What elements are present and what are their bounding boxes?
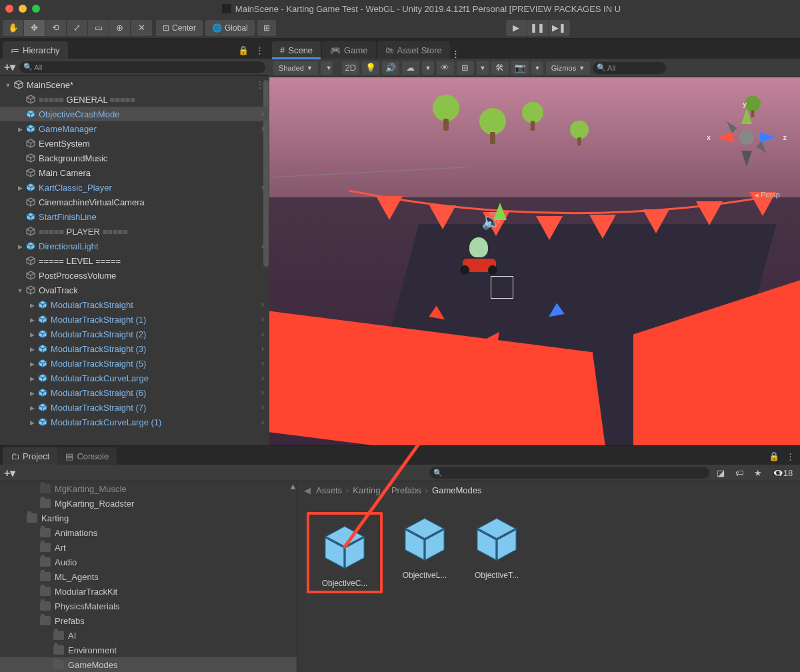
tools-toggle[interactable]: 🛠 xyxy=(491,61,509,75)
breadcrumb-segment[interactable]: Prefabs xyxy=(391,485,421,495)
fx-toggle[interactable]: ☁ xyxy=(402,61,419,75)
expand-arrow-icon[interactable] xyxy=(27,389,37,397)
move-tool[interactable]: ✥ xyxy=(24,20,45,36)
minimize-window-button[interactable] xyxy=(19,5,27,13)
folder-row[interactable]: Art xyxy=(0,540,297,555)
folder-row[interactable]: MgKarting_Roadster xyxy=(0,496,297,511)
hierarchy-item[interactable]: ObjectiveCrashMode› xyxy=(0,107,269,121)
chevron-right-icon[interactable]: › xyxy=(261,373,264,383)
hierarchy-item[interactable]: CinemachineVirtualCamera xyxy=(0,195,269,209)
folder-row[interactable]: AI xyxy=(0,628,297,643)
projection-label[interactable]: ◂ Persp xyxy=(755,191,780,199)
hierarchy-item[interactable]: ModularTrackStraight (6)› xyxy=(0,385,269,400)
hand-tool[interactable]: ✋ xyxy=(3,20,24,36)
rotate-tool[interactable]: ⟲ xyxy=(45,20,67,36)
draw-mode-extra[interactable]: ▼ xyxy=(321,61,333,75)
chevron-right-icon[interactable]: › xyxy=(261,183,264,192)
folder-row[interactable]: PhysicsMaterials xyxy=(0,599,297,613)
fx-dropdown[interactable]: ▼ xyxy=(422,61,434,75)
favorite-icon[interactable]: ★ xyxy=(751,468,765,478)
chevron-right-icon[interactable]: › xyxy=(261,109,264,119)
hierarchy-item[interactable]: ModularTrackStraight› xyxy=(0,297,269,312)
transform-tool[interactable]: ⊕ xyxy=(109,20,131,36)
expand-arrow-icon[interactable] xyxy=(27,345,37,353)
grid-toggle[interactable]: ⊞ xyxy=(457,61,474,75)
asset-item[interactable]: ObjectiveT... xyxy=(467,512,527,580)
hierarchy-item[interactable]: BackgroundMusic xyxy=(0,151,269,165)
asset-item[interactable]: ObjectiveL... xyxy=(395,512,455,580)
gizmos-dropdown[interactable]: Gizmos▼ xyxy=(546,61,590,75)
custom-tool[interactable]: ✕ xyxy=(131,20,152,36)
hierarchy-item[interactable]: ===== LEVEL ===== xyxy=(0,253,269,268)
tab-console[interactable]: ▤ Console xyxy=(57,447,117,465)
back-arrow-icon[interactable]: ◀ xyxy=(304,485,311,495)
rotation-mode-toggle[interactable]: 🌐Global xyxy=(205,20,255,36)
menu-icon[interactable]: ⋮ xyxy=(451,49,460,59)
chevron-right-icon[interactable]: › xyxy=(261,359,264,368)
hierarchy-item[interactable]: ModularTrackCurveLarge› xyxy=(0,371,269,385)
hierarchy-item[interactable]: ModularTrackStraight (5)› xyxy=(0,356,269,371)
selection-handle[interactable] xyxy=(491,276,513,299)
expand-arrow-icon[interactable] xyxy=(27,316,37,323)
tab-project[interactable]: 🗀 Project xyxy=(3,447,57,465)
audio-toggle[interactable]: 🔊 xyxy=(382,61,399,75)
project-folder-tree[interactable]: ▲ MgKarting_MuscleMgKarting_RoadsterKart… xyxy=(0,481,297,672)
expand-arrow-icon[interactable] xyxy=(27,360,37,367)
breadcrumb-segment[interactable]: GameModes xyxy=(432,485,481,495)
hierarchy-item[interactable]: Main Camera xyxy=(0,165,269,180)
pivot-mode-toggle[interactable]: ⊡Center xyxy=(156,20,203,36)
hierarchy-item[interactable]: StartFinishLine xyxy=(0,209,269,224)
folder-row[interactable]: MgKarting_Muscle xyxy=(0,481,297,496)
expand-arrow-icon[interactable] xyxy=(15,125,25,133)
menu-icon[interactable]: ⋮ xyxy=(255,45,264,55)
create-asset-button[interactable]: +▾ xyxy=(4,467,15,479)
chevron-right-icon[interactable]: › xyxy=(261,124,264,133)
create-button[interactable]: +▾ xyxy=(4,61,15,73)
tab-hierarchy[interactable]: ≔ Hierarchy xyxy=(3,41,68,59)
tab-asset-store[interactable]: 🛍 Asset Store xyxy=(377,41,450,59)
folder-row[interactable]: Prefabs xyxy=(0,613,297,628)
folder-row[interactable]: Karting xyxy=(0,511,297,525)
tab-scene[interactable]: # Scene xyxy=(272,41,321,59)
hierarchy-item[interactable]: ModularTrackCurveLarge (1)› xyxy=(0,415,269,429)
filter-by-type-icon[interactable]: ◪ xyxy=(713,468,728,478)
hierarchy-item[interactable]: DirectionalLight› xyxy=(0,239,269,253)
chevron-right-icon[interactable]: › xyxy=(261,417,264,427)
folder-row[interactable]: Animations xyxy=(0,525,297,540)
chevron-right-icon[interactable]: › xyxy=(261,344,264,353)
scene-search[interactable]: 🔍 All xyxy=(593,62,666,74)
folder-row[interactable]: Audio xyxy=(0,555,297,569)
scene-viewport[interactable]: 🔊 y x z ◂ Persp xyxy=(269,77,800,445)
folder-row[interactable]: GameModes xyxy=(0,657,297,672)
hierarchy-item[interactable]: GameManager› xyxy=(0,121,269,136)
rect-tool[interactable]: ▭ xyxy=(88,20,109,36)
hierarchy-item[interactable]: OvalTrack xyxy=(0,283,269,297)
chevron-right-icon[interactable]: › xyxy=(261,241,264,251)
chevron-right-icon[interactable]: › xyxy=(261,315,264,324)
chevron-right-icon[interactable]: › xyxy=(261,388,264,397)
hierarchy-item[interactable]: PostProcessVolume xyxy=(0,268,269,283)
tab-game[interactable]: 🎮 Game xyxy=(322,41,375,59)
expand-arrow-icon[interactable] xyxy=(27,331,37,338)
expand-arrow-icon[interactable] xyxy=(15,243,25,250)
project-search[interactable]: 🔍 xyxy=(429,467,709,479)
lock-icon[interactable]: 🔒 xyxy=(769,451,779,461)
2d-toggle[interactable]: 2D xyxy=(342,61,359,75)
maximize-window-button[interactable] xyxy=(32,5,40,13)
asset-grid[interactable]: ObjectiveC...ObjectiveL...ObjectiveT... xyxy=(297,499,800,672)
hierarchy-item[interactable]: ModularTrackStraight (1)› xyxy=(0,312,269,327)
breadcrumb-segment[interactable]: Assets xyxy=(316,485,342,495)
expand-arrow-icon[interactable] xyxy=(27,375,37,382)
camera-dropdown[interactable]: ▼ xyxy=(531,61,543,75)
chevron-right-icon[interactable]: › xyxy=(261,329,264,339)
step-button[interactable]: ▶❚ xyxy=(549,20,570,36)
folder-row[interactable]: ModularTrackKit xyxy=(0,584,297,599)
menu-icon[interactable]: ⋮ xyxy=(786,451,795,461)
orientation-gizmo[interactable]: y x z xyxy=(713,104,780,171)
expand-arrow-icon[interactable] xyxy=(27,404,37,411)
chevron-right-icon[interactable]: › xyxy=(261,300,264,309)
hierarchy-item[interactable]: ModularTrackStraight (2)› xyxy=(0,327,269,341)
play-button[interactable]: ▶ xyxy=(506,20,527,36)
hierarchy-item[interactable]: EventSystem xyxy=(0,136,269,151)
chevron-right-icon[interactable]: › xyxy=(261,403,264,412)
